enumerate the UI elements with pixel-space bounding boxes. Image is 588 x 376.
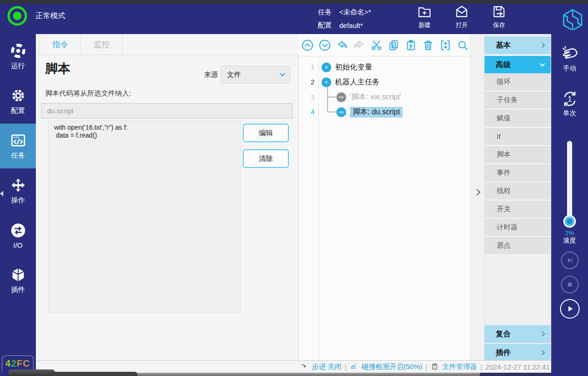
source-label: 来源 [204, 70, 218, 79]
palette-item-origin[interactable]: 原点 [485, 237, 551, 255]
page-title: 脚本 [45, 60, 70, 77]
undo-button[interactable] [336, 39, 348, 51]
sidebar-item-config[interactable]: 配置 [0, 79, 36, 124]
file-manager-link[interactable]: 文件管理器 [442, 362, 477, 371]
app-window: 正常模式 任务 <未命名>* 配置 default* 新建 打开 保 [0, 0, 588, 376]
instruction-palette: 基本 高级 循环 子任务 赋值 If 脚本 事件 线程 开关 计时器 原点 复合… [485, 34, 551, 360]
config-label: 配置 [318, 21, 332, 30]
collapse-panel-handle[interactable] [474, 189, 480, 195]
palette-group-plugin[interactable]: 插件 [485, 344, 551, 362]
open-task-label: 打开 [446, 21, 477, 29]
edit-button[interactable]: 编辑 [243, 124, 289, 142]
palette-item-thread[interactable]: 线程 [485, 182, 551, 201]
palette-item-event[interactable]: 事件 [485, 164, 551, 182]
move-arrows-icon [10, 177, 26, 193]
line-number: 2 [299, 75, 315, 90]
save-task-button[interactable]: 保存 [484, 5, 514, 29]
manual-mode-label: 手动 [563, 64, 576, 73]
sidebar-item-plugin[interactable]: 插件 [0, 258, 36, 303]
tree-row-script-xie[interactable]: 3 </> '脚本: xie.script' [299, 90, 470, 104]
delete-button[interactable] [422, 39, 434, 51]
collision-detect-status[interactable]: 碰撞检测开启(50%) [362, 362, 422, 371]
collapse-node-button[interactable] [439, 39, 451, 51]
save-task-label: 保存 [484, 21, 514, 29]
status-bar: 步进 关闭 | 碰撞检测开启(50%) | 文件管理器 | 2024-12-27… [36, 360, 551, 373]
speed-slider-track[interactable] [567, 141, 572, 224]
stop-button[interactable] [561, 276, 579, 293]
single-run-button[interactable]: 1 单次 [551, 90, 588, 118]
right-sidebar: 手动 1 单次 2% 速度 [551, 34, 588, 376]
tree-row-main-task[interactable]: 2 ▼ 机器人主任务 [299, 75, 470, 90]
palette-item-timer[interactable]: 计时器 [485, 219, 551, 237]
palette-item-assignment[interactable]: 赋值 [485, 110, 551, 128]
source-select[interactable]: 文件 [221, 66, 290, 84]
move-up-button[interactable] [301, 39, 314, 51]
taskbar-popup-fragment [51, 372, 137, 376]
open-task-button[interactable]: 打开 [446, 5, 477, 29]
step-mode-status[interactable]: 步进 关闭 [312, 362, 342, 371]
tab-monitor[interactable]: 监控 [81, 34, 123, 55]
copy-button[interactable] [388, 39, 400, 51]
clock-timestamp: 2024-12-27 11:22:41 [485, 363, 550, 371]
script-code-preview[interactable]: with open('16.txt',"r") as f: data = f.r… [48, 120, 241, 313]
single-run-label: 单次 [563, 109, 576, 118]
manual-mode-button[interactable]: 手动 [551, 44, 588, 73]
move-down-button[interactable] [319, 39, 331, 51]
palette-item-loop[interactable]: 循环 [485, 73, 551, 91]
line-number: 3 [299, 90, 315, 104]
paste-button[interactable] [405, 39, 417, 51]
redo-button[interactable] [353, 39, 365, 51]
skip-icon [565, 256, 574, 265]
panel-splitter [470, 34, 485, 360]
gear-icon [10, 88, 26, 104]
sidebar-item-label: 任务 [11, 151, 25, 160]
version-badge: 42FC [2, 355, 34, 371]
search-icon [457, 39, 469, 51]
window-bottom-edge-dark [480, 373, 551, 376]
speed-value: 2% [551, 230, 588, 237]
palette-group-advanced[interactable]: 高级 [485, 56, 551, 74]
new-task-button[interactable]: 新建 [409, 5, 440, 29]
cube-icon [10, 267, 26, 283]
palette-group-basic[interactable]: 基本 [485, 36, 551, 54]
palette-item-subtask[interactable]: 子任务 [485, 91, 551, 110]
scissors-icon [370, 39, 383, 51]
circle-up-icon [301, 39, 314, 51]
collision-detect-icon [350, 362, 358, 371]
source-select-value: 文件 [227, 70, 241, 79]
speed-label: 速度 [551, 237, 588, 245]
tab-instruction[interactable]: 指令 [40, 34, 81, 55]
version-char: 2 [11, 358, 17, 369]
chevron-down-icon [280, 71, 285, 76]
palette-item-if[interactable]: If [485, 128, 551, 146]
tree-row-script-du[interactable]: 4 </> 脚本: du.script [299, 104, 470, 119]
chevron-right-icon [540, 331, 545, 336]
paste-icon [405, 39, 417, 51]
line-number: 4 [299, 104, 315, 119]
task-name-value: <未命名>* [339, 8, 371, 17]
palette-item-switch[interactable]: 开关 [485, 201, 551, 219]
step-forward-button[interactable] [561, 251, 579, 269]
play-button[interactable] [560, 299, 580, 319]
palette-item-script[interactable]: 脚本 [485, 146, 551, 164]
cut-button[interactable] [370, 39, 383, 51]
hand-icon [561, 44, 579, 63]
search-button[interactable] [457, 39, 469, 51]
sidebar-item-run[interactable]: 运行 [0, 34, 36, 79]
script-node-icon: </> [336, 92, 346, 102]
sidebar-collapse-arrow[interactable] [0, 191, 3, 196]
task-label: 任务 [318, 8, 332, 17]
palette-group-composite[interactable]: 复合 [485, 325, 551, 343]
clear-button[interactable]: 清除 [243, 149, 289, 168]
io-icon [10, 223, 26, 238]
expand-node-icon[interactable]: ▼ [321, 77, 331, 87]
sidebar-item-task[interactable]: 任务 [0, 124, 36, 168]
sidebar-item-io[interactable]: I/O [0, 213, 36, 258]
sidebar-item-operate[interactable]: 操作 [0, 168, 36, 213]
script-file-input[interactable] [41, 103, 293, 118]
circle-down-icon [319, 39, 331, 51]
palette-group-label: 复合 [496, 329, 511, 339]
tree-row-init-variables[interactable]: 1 × 初始化变量 [299, 60, 470, 75]
status-dot-icon [13, 12, 21, 20]
speed-slider-knob[interactable] [563, 215, 576, 228]
